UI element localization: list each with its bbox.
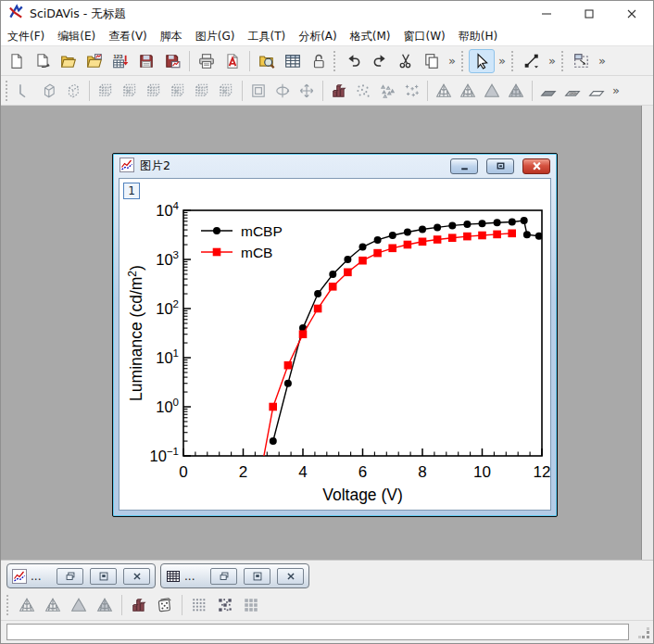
- scatter-tris-button[interactable]: [375, 79, 399, 103]
- graph-restore-button[interactable]: [486, 158, 514, 174]
- cone-mesh-button[interactable]: [504, 79, 528, 103]
- menu-item[interactable]: 文件(F): [1, 27, 51, 46]
- pointer-button[interactable]: [469, 49, 495, 73]
- toolbar-grip[interactable]: [333, 51, 337, 71]
- duplicate-window-button[interactable]: [30, 49, 56, 73]
- redo-button[interactable]: [367, 49, 393, 73]
- graph-minimize-button[interactable]: [450, 158, 478, 174]
- minimize-button[interactable]: [525, 1, 568, 27]
- screen-select-button[interactable]: [569, 49, 595, 73]
- grid-cube-5-button[interactable]: [190, 79, 214, 103]
- plot-canvas[interactable]: 02468101210−1100101102103104mCBPmCBVolta…: [119, 179, 551, 511]
- minimized-restore-button[interactable]: [210, 568, 237, 585]
- project-explorer-button[interactable]: [254, 49, 280, 73]
- grid-cube-3-button[interactable]: [142, 79, 166, 103]
- menu-item[interactable]: 窗口(W): [396, 27, 451, 46]
- graph-window-titlebar[interactable]: 图片2: [119, 155, 551, 178]
- grid-cube-2-button[interactable]: [118, 79, 142, 103]
- matrix-qr-button[interactable]: [212, 593, 238, 617]
- matrix-small-button[interactable]: [186, 593, 212, 617]
- graph-window-icon: [119, 158, 134, 172]
- undo-button[interactable]: [341, 49, 367, 73]
- cut-button[interactable]: [393, 49, 419, 73]
- resize-grip-icon[interactable]: [638, 627, 650, 639]
- rotate-3d-button[interactable]: [270, 79, 295, 103]
- menu-item[interactable]: 脚本: [154, 27, 189, 46]
- menu-item[interactable]: 分析(A): [292, 27, 344, 46]
- menu-item[interactable]: 图片(G): [189, 27, 242, 46]
- toolbar-grip[interactable]: [461, 51, 465, 71]
- copy-icon: [423, 53, 440, 69]
- grid-cube-1-button[interactable]: [94, 79, 118, 103]
- minimized-maximize-button[interactable]: [244, 568, 270, 585]
- expand-3d-button[interactable]: [295, 79, 319, 103]
- toolbar-grip[interactable]: [561, 51, 565, 71]
- open-folder-button[interactable]: [56, 49, 82, 73]
- minimized-maximize-button[interactable]: [90, 568, 117, 585]
- corner-axes-button[interactable]: [13, 79, 37, 103]
- cube-dotted-button[interactable]: [61, 79, 85, 103]
- minimized-window-table-window[interactable]: ...: [160, 563, 309, 588]
- toolbar-main: 123»»»»: [1, 46, 653, 76]
- import-ascii-button[interactable]: 123: [107, 49, 133, 73]
- cone-mesh-button[interactable]: [92, 593, 118, 617]
- cone-solid-button[interactable]: [480, 79, 504, 103]
- cone-wire-button[interactable]: [14, 593, 40, 617]
- quad-contour-button[interactable]: [560, 79, 585, 103]
- new-document-button[interactable]: [4, 49, 30, 73]
- maximize-button[interactable]: [568, 1, 610, 27]
- overflow-chevron[interactable]: »: [609, 83, 623, 97]
- lock-open-button[interactable]: [306, 49, 332, 73]
- box-frame-button[interactable]: [246, 79, 270, 103]
- line-tool-button[interactable]: [519, 49, 545, 73]
- grid-cube-6-button[interactable]: [214, 79, 238, 103]
- dice-button[interactable]: [152, 593, 178, 617]
- toolbar-grip[interactable]: [511, 51, 515, 71]
- save-template-button[interactable]: [159, 49, 185, 73]
- scidavis-logo-icon: [7, 4, 24, 24]
- menu-item[interactable]: 编辑(E): [51, 27, 102, 46]
- grid-cube-4-button[interactable]: [166, 79, 190, 103]
- cube-button[interactable]: [37, 79, 61, 103]
- open-template-button[interactable]: [82, 49, 107, 73]
- export-pdf-button[interactable]: [220, 49, 245, 73]
- bars-3d-button[interactable]: [126, 593, 152, 617]
- close-button[interactable]: [610, 1, 653, 27]
- graph-close-button[interactable]: [522, 158, 550, 174]
- menu-item[interactable]: 帮助(H): [452, 27, 504, 46]
- scatter-dots-button[interactable]: [351, 79, 375, 103]
- overflow-chevron[interactable]: »: [495, 54, 509, 68]
- title-bar[interactable]: SciDAVis - 无标题: [1, 1, 653, 27]
- cone-solid-button[interactable]: [66, 593, 92, 617]
- cone-wire2-button[interactable]: [40, 593, 66, 617]
- scatter-crosses-button[interactable]: [399, 79, 423, 103]
- minimized-window-graph-window[interactable]: ...: [6, 563, 156, 588]
- menu-item[interactable]: 格式(M): [344, 27, 397, 46]
- svg-text:123: 123: [113, 53, 123, 59]
- cone-wire2-button[interactable]: [456, 79, 480, 103]
- print-button[interactable]: [194, 49, 220, 73]
- save-button[interactable]: [133, 49, 159, 73]
- results-log-button[interactable]: [280, 49, 306, 73]
- minimized-close-button[interactable]: [123, 568, 150, 585]
- copy-button[interactable]: [419, 49, 445, 73]
- menu-item[interactable]: 查看(V): [102, 27, 154, 46]
- overflow-chevron[interactable]: »: [445, 54, 459, 68]
- new-document-icon: [8, 53, 25, 69]
- overflow-chevron[interactable]: »: [595, 54, 610, 68]
- menu-item[interactable]: 工具(T): [241, 27, 292, 46]
- cone-wire-button[interactable]: [432, 79, 456, 103]
- quad-filled-button[interactable]: [536, 79, 560, 103]
- redo-icon: [371, 53, 388, 69]
- layer-button[interactable]: 1: [123, 183, 140, 199]
- toolbar-grip[interactable]: [6, 81, 9, 101]
- quad-empty-button[interactable]: [585, 79, 609, 103]
- expand-3d-icon: [298, 82, 315, 99]
- toolbar-grip[interactable]: [6, 595, 10, 615]
- overflow-chevron[interactable]: »: [545, 54, 560, 68]
- matrix-big-button[interactable]: [238, 593, 264, 617]
- bars-3d-button[interactable]: [327, 79, 351, 103]
- minimized-close-button[interactable]: [277, 568, 304, 585]
- minimized-restore-button[interactable]: [57, 568, 83, 585]
- child-restore-icon: [494, 159, 508, 173]
